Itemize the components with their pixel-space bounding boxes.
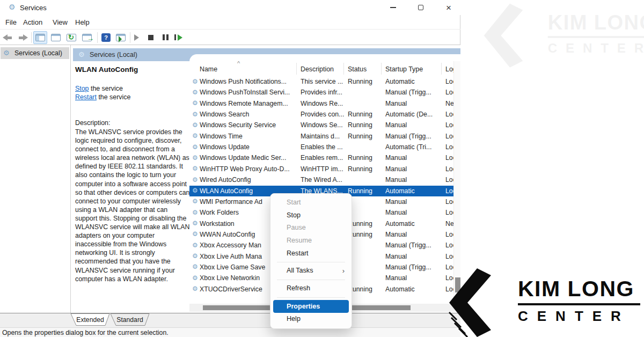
sidebar-item-services-local[interactable]: ⚙ Services (Local) (1, 47, 69, 59)
table-row[interactable]: ⚙Windows PushToInstall Servi...Provides … (189, 87, 453, 98)
context-menu-item-pause[interactable]: Pause (270, 222, 352, 235)
service-gear-icon: ⚙ (192, 219, 198, 227)
menu-help[interactable]: Help (75, 18, 90, 26)
menu-view[interactable]: View (53, 18, 68, 26)
description-text: The WLANSVC service provides the logic r… (75, 128, 191, 283)
services-window: ⚙ Services × File Action View Help ↻ → ? (0, 0, 460, 337)
view-tabs-strip: Extended Standard (0, 313, 460, 327)
sort-ascending-icon: ^ (237, 61, 240, 67)
service-gear-icon: ⚙ (192, 252, 198, 260)
service-gear-icon: ⚙ (192, 99, 198, 107)
menu-action[interactable]: Action (23, 18, 42, 26)
service-gear-icon: ⚙ (192, 154, 198, 162)
logo-chevron-icon (449, 268, 493, 337)
context-menu-item-all-tasks[interactable]: All Tasks› (270, 265, 352, 277)
back-icon[interactable] (3, 34, 13, 41)
service-gear-icon: ⚙ (192, 111, 198, 118)
table-row[interactable]: ⚙Windows SearchProvides con...RunningAut… (189, 109, 453, 120)
stop-service-link[interactable]: Stop (75, 85, 89, 92)
menu-bar: File Action View Help (0, 15, 460, 30)
services-icon: ⚙ (78, 50, 85, 58)
submenu-arrow-icon: › (342, 265, 345, 277)
service-gear-icon: ⚙ (192, 285, 198, 292)
menu-separator (277, 297, 345, 298)
window-title: Services (20, 4, 47, 12)
context-menu-item-help[interactable]: Help (270, 313, 352, 326)
service-gear-icon: ⚙ (192, 197, 198, 205)
status-text: Opens the properties dialog box for the … (2, 329, 169, 336)
service-gear-icon: ⚙ (192, 176, 198, 184)
svg-text:Extended: Extended (76, 316, 104, 324)
service-gear-icon: ⚙ (192, 121, 198, 129)
menu-separator (277, 280, 345, 280)
context-menu-item-restart[interactable]: Restart (270, 247, 352, 260)
column-header-status[interactable]: Status (348, 65, 367, 73)
start-service-icon[interactable] (134, 34, 139, 41)
services-app-icon: ⚙ (9, 3, 16, 11)
table-header: ^ NameDescriptionStatusStartup TypeLog O… (189, 61, 453, 76)
context-menu: StartStopPauseResumeRestartAll Tasks›Ref… (270, 193, 352, 329)
service-gear-icon: ⚙ (192, 132, 198, 140)
table-row[interactable]: ⚙Windows Security ServiceWindows Se...Ru… (189, 120, 453, 130)
table-row[interactable]: ⚙WinHTTP Web Proxy Auto-D...WinHTTP im..… (189, 164, 453, 174)
watermark-logo-faint: KIM LONG CENTER (482, 1, 644, 68)
service-gear-icon: ⚙ (192, 165, 198, 172)
service-gear-icon: ⚙ (192, 187, 198, 194)
close-button[interactable]: × (437, 0, 460, 15)
help-icon[interactable]: ? (101, 33, 111, 42)
service-gear-icon: ⚙ (192, 230, 198, 238)
column-header-log-on-as[interactable]: Log On As (445, 65, 453, 73)
table-row[interactable]: ⚙Windows Remote Managem...Windows Re...M… (189, 98, 453, 109)
service-gear-icon: ⚙ (192, 274, 198, 282)
description-label: Description: (75, 119, 110, 127)
main-panel: ⚙ Services (Local) WLAN AutoConfig Stop … (71, 45, 460, 313)
show-console-tree-icon[interactable] (33, 31, 47, 44)
minimize-button[interactable] (381, 0, 405, 15)
column-header-startup-type[interactable]: Startup Type (385, 65, 423, 73)
context-menu-item-properties[interactable]: Properties (273, 300, 349, 313)
pause-service-icon[interactable] (163, 34, 165, 40)
window-icon[interactable] (51, 34, 61, 41)
table-row[interactable]: ⚙Windows UpdateEnables the ...Automatic … (189, 142, 453, 152)
service-gear-icon: ⚙ (192, 143, 198, 151)
service-gear-icon: ⚙ (192, 263, 198, 270)
table-row[interactable]: ⚙Windows Update Medic Ser...Enables rem.… (189, 152, 453, 163)
service-gear-icon: ⚙ (192, 209, 198, 216)
context-menu-item-refresh[interactable]: Refresh (270, 282, 352, 295)
kim-long-center-logo: KIM LONG CENTER (447, 266, 644, 337)
logo-text-line2: CENTER (518, 308, 644, 325)
toolbar: ↻ → ? (0, 30, 460, 45)
context-menu-item-start[interactable]: Start (270, 196, 352, 209)
menu-file[interactable]: File (5, 18, 17, 26)
console-tree-panel: ⚙ Services (Local) (0, 45, 71, 313)
service-gear-icon: ⚙ (192, 78, 198, 85)
restart-service-link[interactable]: Restart (75, 93, 97, 101)
status-bar: Opens the properties dialog box for the … (0, 327, 460, 337)
services-icon: ⚙ (3, 49, 10, 57)
restart-service-icon[interactable] (174, 34, 176, 40)
selected-service-title: WLAN AutoConfig (75, 65, 138, 74)
forward-icon[interactable] (17, 34, 28, 41)
table-row[interactable]: ⚙Windows TimeMaintains d...RunningManual… (189, 131, 453, 142)
context-menu-item-stop[interactable]: Stop (270, 209, 352, 222)
table-row[interactable]: ⚙Windows Push Notifications...This servi… (189, 76, 453, 87)
column-header-name[interactable]: Name (200, 65, 217, 73)
title-bar: ⚙ Services × (0, 0, 460, 15)
column-header-description[interactable]: Description (301, 65, 334, 73)
table-row[interactable]: ⚙Wired AutoConfigThe Wired A...ManualLoc (189, 174, 453, 185)
service-gear-icon: ⚙ (192, 89, 198, 96)
svg-text:Standard: Standard (116, 316, 143, 324)
logo-text-line1: KIM LONG (518, 276, 644, 302)
service-gear-icon: ⚙ (192, 241, 198, 249)
context-menu-item-resume[interactable]: Resume (270, 235, 352, 247)
menu-separator (277, 262, 345, 262)
maximize-button[interactable] (409, 0, 433, 15)
